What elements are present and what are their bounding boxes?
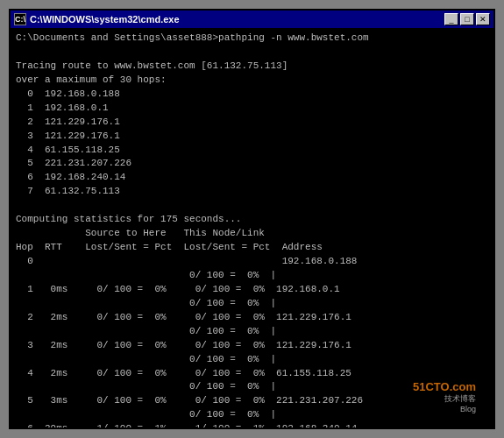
title-buttons: _ □ ✕ (444, 13, 490, 25)
watermark-logo: 51CTO.com (413, 380, 476, 393)
close-button[interactable]: ✕ (476, 13, 490, 25)
minimize-button[interactable]: _ (444, 13, 458, 25)
cmd-window: C:\ C:\WINDOWS\system32\cmd.exe _ □ ✕ C:… (9, 9, 495, 429)
title-bar: C:\ C:\WINDOWS\system32\cmd.exe _ □ ✕ (11, 11, 493, 28)
window-icon: C:\ (14, 13, 26, 25)
watermark-sub1: 技术博客 (444, 393, 476, 405)
watermark: 51CTO.com 技术博客 Blog (413, 380, 476, 413)
title-bar-left: C:\ C:\WINDOWS\system32\cmd.exe (14, 13, 180, 25)
window-wrapper: C:\ C:\WINDOWS\system32\cmd.exe _ □ ✕ C:… (9, 9, 495, 429)
watermark-sub2: Blog (460, 405, 476, 413)
terminal-output: C:\Documents and Settings\asset888>pathp… (11, 28, 493, 427)
window-title: C:\WINDOWS\system32\cmd.exe (30, 14, 180, 25)
maximize-button[interactable]: □ (460, 13, 474, 25)
